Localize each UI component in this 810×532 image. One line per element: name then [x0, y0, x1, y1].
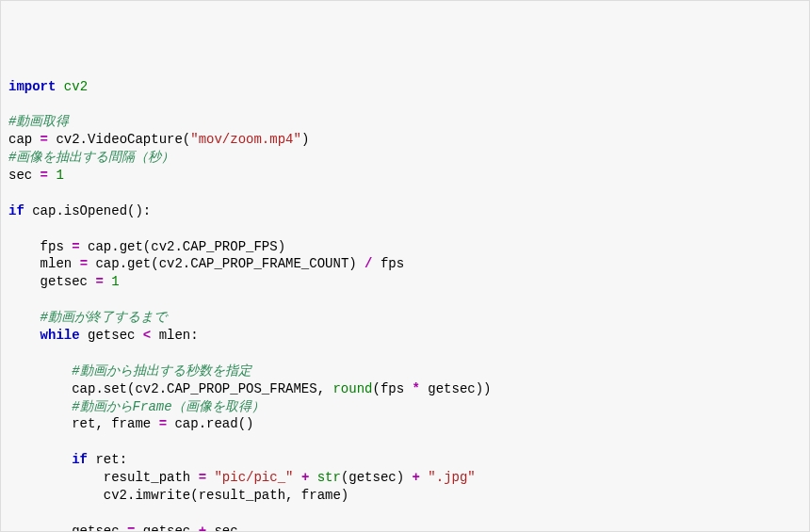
op-plus: +	[199, 524, 206, 532]
comment: #動画が終了するまで	[8, 310, 167, 325]
indent	[8, 452, 72, 467]
ident: sec	[8, 168, 40, 183]
op-mul: *	[413, 381, 420, 396]
ident: mlen	[8, 256, 80, 271]
call: cap.get(cv2.CAP_PROP_FRAME_COUNT)	[88, 256, 364, 271]
space	[309, 470, 316, 485]
ident: getsec	[135, 524, 198, 532]
string: "mov/zoom.mp4"	[190, 132, 301, 147]
paren: )	[301, 132, 309, 147]
call: cv2.VideoCapture(	[48, 132, 190, 147]
comment: #動画から抽出する秒数を指定	[8, 363, 251, 379]
op-assign: =	[72, 239, 79, 254]
op-assign: =	[40, 168, 48, 183]
number: 1	[56, 168, 63, 183]
call: cap.get(cv2.CAP_PROP_FPS)	[80, 239, 285, 254]
space	[293, 470, 300, 485]
op-assign: =	[40, 132, 48, 147]
comment: #画像を抽出する間隔（秒）	[8, 150, 174, 165]
builtin-str: str	[317, 470, 341, 485]
ident: ret:	[88, 452, 127, 467]
paren: (getsec)	[341, 470, 413, 485]
string: ".jpg"	[428, 470, 475, 485]
ident: fps	[373, 256, 405, 271]
op-assign: =	[80, 256, 88, 271]
ident: mlen:	[151, 328, 198, 343]
paren: (fps	[372, 381, 412, 396]
ident: sec	[206, 524, 238, 532]
expr: cap.isOpened():	[24, 203, 151, 218]
call: cap.set(cv2.CAP_PROP_POS_FRAMES,	[8, 381, 332, 396]
ident: getsec	[80, 328, 143, 343]
number: 1	[111, 274, 119, 289]
call: cv2.imwrite(result_path, frame)	[8, 488, 348, 503]
comment: #動画取得	[8, 114, 69, 129]
op-div: /	[364, 256, 372, 271]
op-plus: +	[413, 470, 420, 485]
indent	[8, 328, 40, 343]
ident: getsec	[8, 274, 95, 289]
space	[104, 274, 111, 289]
op-lt: <	[143, 328, 151, 343]
kw-if: if	[8, 203, 24, 218]
kw-while: while	[40, 328, 80, 343]
ident: result_path	[8, 470, 199, 485]
kw-if: if	[72, 452, 88, 467]
op-assign: =	[199, 470, 206, 485]
ident: ret, frame	[8, 416, 159, 431]
code-block: import cv2 #動画取得 cap = cv2.VideoCapture(…	[8, 78, 802, 532]
mod-cv2: cv2	[56, 79, 88, 94]
ident: cap	[8, 132, 40, 147]
call: cap.read()	[167, 416, 253, 431]
string: "pic/pic_"	[214, 470, 293, 485]
ident: getsec))	[420, 381, 492, 396]
ident: getsec	[8, 524, 127, 532]
ident: fps	[8, 239, 72, 254]
comment: #動画からFrame（画像を取得）	[8, 399, 265, 414]
kw-import: import	[8, 79, 56, 94]
builtin-round: round	[332, 381, 372, 396]
op-assign: =	[95, 274, 103, 289]
op-assign: =	[159, 416, 167, 431]
